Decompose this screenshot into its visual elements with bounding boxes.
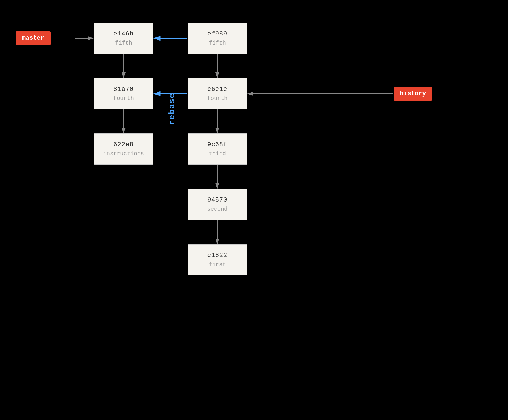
commit-message: instructions xyxy=(103,151,144,157)
commit-message: fourth xyxy=(207,95,228,102)
commit-hash: ef989 xyxy=(207,30,227,37)
commit-message: second xyxy=(207,206,228,212)
commit-hash: c1822 xyxy=(207,252,227,259)
commit-622e8: 622e8 instructions xyxy=(94,133,153,165)
commit-e146b: e146b fifth xyxy=(94,23,153,54)
commit-message: fifth xyxy=(115,40,132,46)
commit-81a70: 81a70 fourth xyxy=(94,78,153,109)
rebase-label: rebase xyxy=(168,43,176,125)
commit-hash: 81a70 xyxy=(113,86,134,93)
commit-9c68f: 9c68f third xyxy=(188,133,247,165)
commit-hash: e146b xyxy=(113,30,134,37)
commit-hash: 622e8 xyxy=(113,141,134,148)
diagram: e146b fifth 81a70 fourth 622e8 instructi… xyxy=(0,0,508,420)
commit-c1822: c1822 first xyxy=(188,244,247,275)
arrows-svg xyxy=(0,0,508,420)
commit-message: fifth xyxy=(209,40,226,46)
commit-ef989: ef989 fifth xyxy=(188,23,247,54)
master-badge: master xyxy=(16,31,51,45)
commit-c6e1e: c6e1e fourth xyxy=(188,78,247,109)
commit-message: first xyxy=(209,261,226,268)
commit-hash: 9c68f xyxy=(207,141,227,148)
commit-message: fourth xyxy=(113,95,134,102)
commit-hash: 94570 xyxy=(207,197,227,204)
commit-message: third xyxy=(209,151,226,157)
commit-94570: 94570 second xyxy=(188,189,247,220)
history-badge: history xyxy=(394,87,432,101)
commit-hash: c6e1e xyxy=(207,86,227,93)
